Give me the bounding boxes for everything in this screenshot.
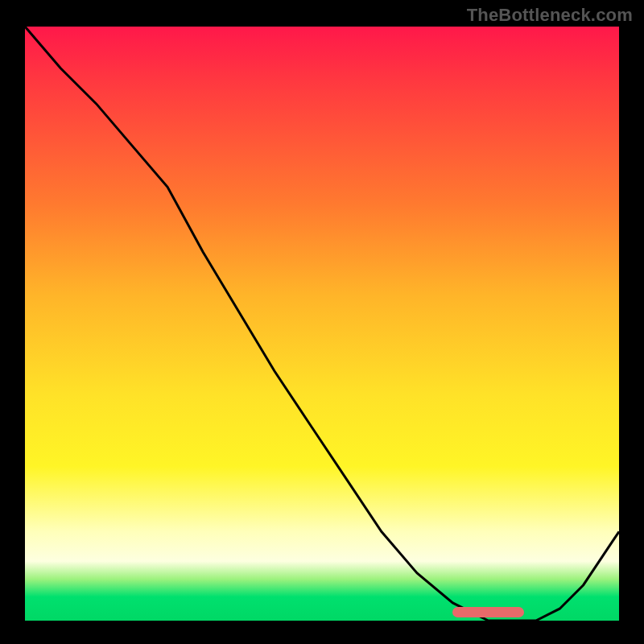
curve-svg xyxy=(25,27,619,621)
bottleneck-curve-path xyxy=(25,27,619,621)
plot-area xyxy=(25,27,619,621)
chart-root: TheBottleneck.com xyxy=(0,0,644,644)
watermark-text: TheBottleneck.com xyxy=(467,5,633,26)
optimum-marker xyxy=(452,607,524,617)
